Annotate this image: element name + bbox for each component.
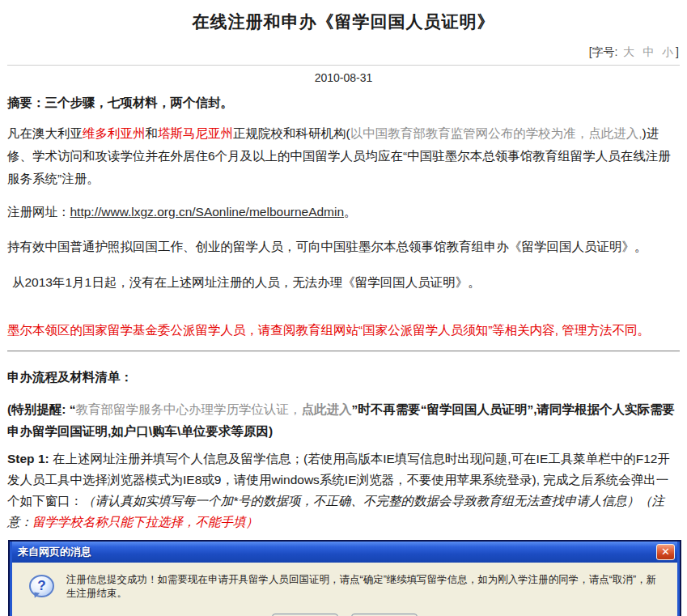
- registration-link[interactable]: http://www.lxgz.org.cn/SAonline/melbourn…: [70, 205, 345, 219]
- state-victoria-text: 维多利亚州: [83, 126, 146, 140]
- reminder-enter-link[interactable]: 点此进入: [301, 402, 351, 416]
- font-size-label: [字号:: [589, 45, 618, 58]
- step1-note-red: 留学学校名称只能下拉选择，不能手填）: [32, 515, 258, 529]
- close-icon[interactable]: ✕: [656, 544, 675, 560]
- registration-suffix: 。: [344, 205, 357, 219]
- registration-line: 注册网址：http://www.lxgz.org.cn/SAonline/mel…: [7, 201, 680, 223]
- article-page: 在线注册和申办《留学回国人员证明》 [字号: 大 中 小] 2010-08-31…: [0, 11, 687, 616]
- intro-paragraph: 凡在澳大利亚维多利亚州和塔斯马尼亚州正规院校和科研机构(以中国教育部教育监管网公…: [7, 122, 680, 190]
- font-size-control: [字号: 大 中 小]: [7, 45, 680, 60]
- reminder-text-1: (特别提醒: “: [7, 402, 75, 416]
- step1-label: Step 1:: [7, 452, 49, 465]
- csc-students-warning: 墨尔本领区的国家留学基金委公派留学人员，请查阅教育组网站“国家公派留学人员须知”…: [7, 319, 680, 342]
- dialog-title: 来自网页的消息: [18, 545, 91, 559]
- special-reminder-paragraph: (特别提醒: “教育部留学服务中心办理学历学位认证，点此进入”时不再需要“留学回…: [7, 398, 680, 442]
- font-size-medium[interactable]: 中: [642, 45, 654, 58]
- font-size-small[interactable]: 小: [662, 45, 673, 58]
- credential-service-note: 教育部留学服务中心办理学历学位认证，: [75, 402, 301, 416]
- font-size-large[interactable]: 大: [623, 45, 634, 58]
- question-icon: ?: [29, 575, 54, 597]
- top-divider: [7, 65, 680, 66]
- enter-here-link[interactable]: 点此进入: [588, 126, 638, 140]
- dialog-content: ? 注册信息提交成功！如需要现在申请开具留学人员回国证明，请点“确定”继续填写留…: [12, 563, 677, 616]
- intro-text-3: 正规院校和科研机构(: [233, 126, 350, 140]
- deadline-paragraph: 从2013年1月1日起，没有在上述网址注册的人员，无法办理《留学回国人员证明》。: [7, 271, 680, 294]
- dialog-message-row: ? 注册信息提交成功！如需要现在申请开具留学人员回国证明，请点“确定”继续填写留…: [25, 573, 664, 601]
- font-size-bracket: ]: [676, 45, 679, 58]
- intro-text-1: 凡在澳大利亚: [7, 126, 83, 140]
- registration-label: 注册网址：: [7, 205, 70, 219]
- intro-text-2: 和: [146, 126, 159, 140]
- dialog-message: 注册信息提交成功！如需要现在申请开具留学人员回国证明，请点“确定”继续填写留学信…: [66, 573, 664, 601]
- webpage-message-dialog: 来自网页的消息 ✕ ? 注册信息提交成功！如需要现在申请开具留学人员回国证明，请…: [8, 540, 681, 616]
- publish-date: 2010-08-31: [7, 71, 680, 84]
- process-heading: 申办流程及材料清单：: [7, 369, 680, 386]
- work-return-paragraph: 持有效中国普通护照拟回国工作、创业的留学人员，可向中国驻墨尔本总领事馆教育组申办…: [7, 236, 680, 258]
- page-title: 在线注册和申办《留学回国人员证明》: [7, 11, 680, 33]
- abstract: 摘要：三个步骤，七项材料，两个信封。: [7, 95, 680, 112]
- school-list-note: 以中国教育部教育监管网公布的学校为准，: [350, 126, 589, 140]
- step1-paragraph: Step 1: 在上述网址注册并填写个人信息及留学信息；(若使用高版本IE填写信…: [7, 448, 680, 533]
- state-tasmania-text: 塔斯马尼亚州: [158, 126, 233, 140]
- dialog-titlebar[interactable]: 来自网页的消息 ✕: [12, 542, 677, 563]
- section-divider: [7, 350, 680, 352]
